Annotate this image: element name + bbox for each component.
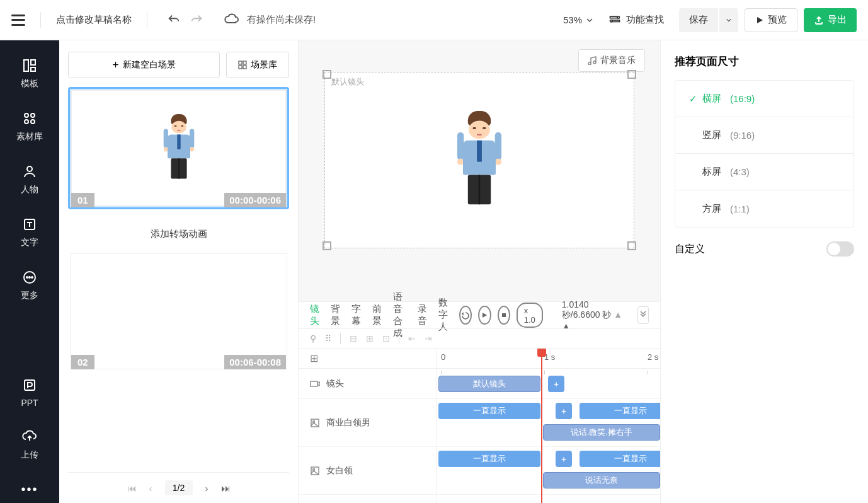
custom-label: 自定义 (675, 243, 705, 256)
scene-time: 00:06-00:08 (224, 355, 286, 369)
clip-man-show2[interactable]: 一直显示 (580, 403, 660, 419)
right-panel: 推荐页面尺寸 ✓横屏(16:9) ✓竖屏(9:16) ✓标屏(4:3) ✓方屏(… (660, 40, 868, 503)
music-icon (588, 56, 597, 65)
clip-add-man1[interactable]: + (556, 403, 572, 419)
svg-point-16 (31, 277, 33, 278)
top-bar: 点击修改草稿名称 有操作尚未保存! 53% 功能查找 保存 预览 导出 (0, 0, 868, 40)
tl-time: 1.0140 秒/6.6600 秒 ▲ ▲ (562, 299, 625, 331)
hamburger-icon[interactable] (11, 14, 25, 26)
tl-tab-shot[interactable]: 镜头 (310, 303, 319, 327)
bgm-button[interactable]: 背景音乐 (578, 49, 645, 72)
tl-tool-filter[interactable]: ⚲ (310, 333, 316, 344)
tl-speed[interactable]: x 1.0 (517, 303, 543, 328)
svg-rect-20 (239, 66, 242, 69)
tl-tab-avatar[interactable]: 数字人 (438, 297, 448, 333)
draft-name[interactable]: 点击修改草稿名称 (56, 14, 132, 26)
scene-card-1[interactable]: 01 00:00-00:06 (68, 87, 289, 209)
pager-prev[interactable]: ‹ (149, 483, 152, 494)
tl-collapse[interactable] (637, 306, 649, 324)
playhead[interactable] (541, 349, 542, 503)
tl-tool-tree[interactable]: ⠿ (325, 333, 331, 344)
scene-card-2[interactable]: 02 00:06-00:08 (68, 252, 289, 371)
tl-tool-c[interactable]: ⊡ (382, 333, 390, 344)
custom-toggle[interactable] (826, 241, 854, 257)
pager-input[interactable] (165, 480, 193, 495)
pager-first[interactable]: ⏮ (127, 483, 137, 494)
svg-rect-6 (31, 67, 35, 71)
scene-number: 02 (71, 355, 94, 369)
svg-point-9 (25, 120, 28, 124)
clip-add-woman1[interactable]: + (556, 451, 572, 467)
zoom-out-icon[interactable]: ▲ (614, 309, 622, 320)
tl-tab-bg[interactable]: 背景 (331, 303, 340, 327)
save-dropdown[interactable] (719, 8, 738, 32)
size-standard[interactable]: ✓标屏(4:3) (675, 154, 854, 190)
svg-rect-0 (610, 16, 618, 18)
svg-point-3 (610, 20, 612, 21)
nav-template[interactable]: 模板 (21, 58, 38, 90)
add-transition[interactable]: 添加转场动画 (68, 228, 289, 240)
tl-tool-e[interactable]: ⇥ (425, 333, 432, 344)
tl-grid-icon[interactable]: ⊞ (299, 349, 437, 369)
zoom-dropdown[interactable]: 53% (563, 14, 593, 25)
tl-tab-record[interactable]: 录音 (418, 303, 427, 327)
clip-woman-show1[interactable]: 一直显示 (438, 451, 540, 467)
size-portrait[interactable]: ✓竖屏(9:16) (675, 117, 854, 154)
clip-woman-show2[interactable]: 一直显示 (580, 451, 660, 467)
unsaved-text: 有操作尚未保存! (247, 14, 316, 26)
clip-add-shot[interactable]: + (548, 376, 564, 392)
nav-character[interactable]: 人物 (21, 164, 38, 195)
nav-library[interactable]: 素材库 (16, 111, 43, 142)
tl-stop[interactable] (498, 306, 510, 325)
pager-last[interactable]: ⏭ (221, 483, 231, 494)
nav-upload[interactable]: 上传 (21, 429, 38, 461)
tl-play[interactable] (478, 306, 491, 325)
clip-default-shot[interactable]: 默认镜头 (438, 376, 540, 392)
clip-man-show1[interactable]: 一直显示 (438, 403, 540, 419)
svg-rect-17 (25, 380, 35, 390)
svg-rect-18 (239, 61, 242, 64)
tl-tab-subtitle[interactable]: 字幕 (351, 303, 361, 327)
preview-button[interactable]: 预览 (745, 8, 797, 32)
function-search[interactable]: 功能查找 (608, 14, 664, 26)
export-button[interactable]: 导出 (804, 8, 857, 32)
svg-rect-21 (243, 66, 246, 69)
canvas-area: 背景音乐 默认镜头 (299, 40, 660, 301)
tl-tool-b[interactable]: ⊞ (366, 333, 374, 344)
nav-more-dots[interactable]: ••• (21, 482, 38, 497)
svg-point-14 (26, 277, 28, 278)
pager-next[interactable]: › (205, 483, 208, 494)
track-man[interactable]: 一直显示 + 一直显示 说话.微笑.摊右手 (437, 399, 660, 447)
new-blank-scene-button[interactable]: +新建空白场景 (68, 52, 220, 78)
undo-button[interactable] (163, 9, 185, 32)
clip-woman-action[interactable]: 说话无奈 (543, 472, 660, 489)
nav-text[interactable]: 文字 (21, 217, 38, 248)
tl-ruler[interactable]: 0 1 s 2 s 3 s 4 s (437, 349, 660, 369)
size-square[interactable]: ✓方屏(1:1) (675, 190, 854, 227)
tl-rewind[interactable] (459, 306, 472, 325)
svg-rect-22 (502, 313, 506, 317)
size-landscape[interactable]: ✓横屏(16:9) (675, 81, 854, 117)
tl-tab-fg[interactable]: 前景 (372, 303, 382, 327)
tl-toolbar: ⚲ ⠿ ⊟ ⊞ ⊡ ⇤ ⇥ (299, 328, 660, 349)
svg-point-15 (29, 277, 30, 278)
save-button[interactable]: 保存 (679, 8, 718, 32)
canvas[interactable]: 默认镜头 (324, 72, 634, 248)
clip-man-action[interactable]: 说话.微笑.摊右手 (543, 424, 660, 441)
scene-number: 01 (71, 193, 94, 207)
track-label-man: 商业白领男 (299, 399, 437, 447)
track-shot[interactable]: 默认镜头 + (437, 369, 660, 399)
nav-more[interactable]: 更多 (21, 270, 38, 301)
svg-point-11 (27, 166, 32, 171)
search-settings-icon (608, 14, 621, 26)
scene-library-button[interactable]: 场景库 (226, 52, 289, 78)
svg-rect-19 (243, 61, 246, 64)
redo-button[interactable] (185, 9, 208, 32)
tl-tool-a[interactable]: ⊟ (350, 333, 357, 344)
scene-panel: +新建空白场景 场景库 01 00:00-00:06 添加转场动画 02 00:… (59, 40, 299, 503)
nav-ppt[interactable]: PPT (21, 378, 38, 408)
svg-point-8 (31, 113, 35, 117)
svg-point-25 (313, 420, 315, 422)
tl-tool-d[interactable]: ⇤ (408, 333, 416, 344)
track-woman[interactable]: 一直显示 + 一直显示 说话无奈 (437, 447, 660, 495)
